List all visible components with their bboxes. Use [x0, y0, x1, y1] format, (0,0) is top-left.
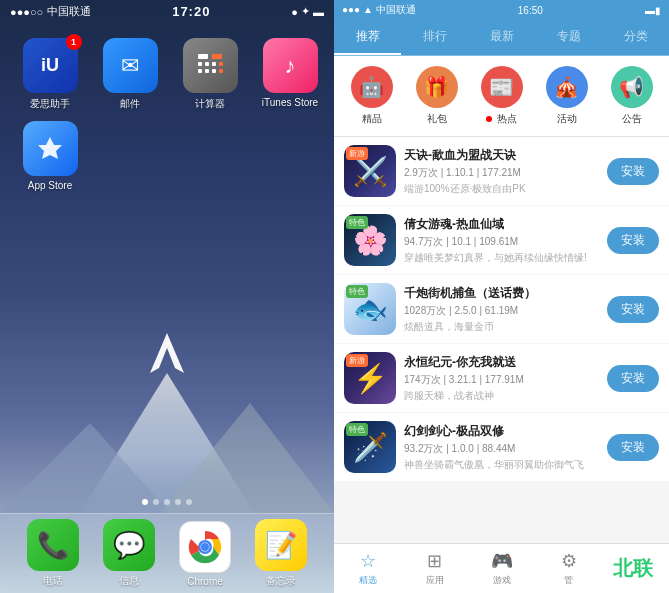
- category-row: 🤖 精品 🎁 礼包 📰 热点 🎪 活动: [334, 56, 669, 137]
- aisi-badge: 1: [66, 34, 82, 50]
- qianbao-name: 千炮街机捕鱼（送话费）: [404, 285, 599, 302]
- message-emoji: 💬: [113, 530, 145, 561]
- huodong-icon: 🎪: [546, 66, 588, 108]
- app-icon-mail[interactable]: ✉ 邮件: [95, 38, 165, 111]
- calc-icon-svg: [195, 51, 225, 81]
- phone-dock-icon: 📞: [27, 519, 79, 571]
- appstore-icon-svg: [34, 133, 66, 165]
- tianjue-info: 天诀-歃血为盟战天诀 2.9万次 | 1.10.1 | 177.21M 端游10…: [404, 147, 599, 196]
- huanjian-install-btn[interactable]: 安装: [607, 434, 659, 461]
- yongheng-desc: 跨服天梯，战者战神: [404, 389, 599, 403]
- mail-icon-img: ✉: [103, 38, 158, 93]
- brand-label: 北联: [613, 555, 658, 582]
- dot-1: [142, 499, 148, 505]
- appstore-label: App Store: [28, 180, 72, 191]
- yongheng-install-btn[interactable]: 安装: [607, 365, 659, 392]
- qianbao-install-btn[interactable]: 安装: [607, 296, 659, 323]
- status-bar-right: ●●● ▲ 中国联通 16:50 ▬▮: [334, 0, 669, 20]
- svg-rect-4: [198, 54, 208, 59]
- huanjian-desc: 神兽坐骑霸气傲凰，华丽羽翼助你御气飞: [404, 458, 599, 472]
- category-huodong[interactable]: 🎪 活动: [546, 66, 588, 126]
- app-icon-aisi[interactable]: iU 1 爱思助手: [15, 38, 85, 111]
- huanjian-name: 幻剑剑心-极品双修: [404, 423, 599, 440]
- right-panel: ●●● ▲ 中国联通 16:50 ▬▮ 推荐 排行 最新 专题 分类 🤖 精品 …: [334, 0, 669, 593]
- dot-2: [153, 499, 159, 505]
- tianjue-desc: 端游100%还原·极致自由PK: [404, 182, 599, 196]
- redian-label: 热点: [486, 112, 517, 126]
- calc-label: 计算器: [195, 97, 225, 111]
- phone-label: 电话: [43, 574, 63, 588]
- list-item-yongheng[interactable]: ⚡ 新游 永恒纪元-你充我就送 174万次 | 3.21.1 | 177.91M…: [334, 344, 669, 412]
- manage-nav-icon: ⚙: [561, 550, 577, 572]
- aisi-icon-img: iU 1: [23, 38, 78, 93]
- huodong-emoji: 🎪: [554, 75, 579, 99]
- svg-marker-3: [150, 333, 184, 373]
- left-panel: ●●●○○ 中国联通 17:20 ● ✦ ▬ iU 1 爱思助手 ✉ 邮件: [0, 0, 334, 593]
- right-carrier-name: 中国联通: [376, 4, 416, 15]
- qiannv-info: 倩女游魂-热血仙域 94.7万次 | 10.1 | 109.61M 穿越唯美梦幻…: [404, 216, 599, 265]
- qianbao-tag: 特色: [346, 285, 368, 298]
- tab-topic[interactable]: 专题: [535, 20, 602, 55]
- aisi-label: 爱思助手: [30, 97, 70, 111]
- tab-category[interactable]: 分类: [602, 20, 669, 55]
- qiannv-desc: 穿越唯美梦幻真界，与她再续仙缘快情缘!: [404, 251, 599, 265]
- right-time: 16:50: [518, 5, 543, 16]
- tianjue-install-btn[interactable]: 安装: [607, 158, 659, 185]
- tab-latest[interactable]: 最新: [468, 20, 535, 55]
- tab-ranking[interactable]: 排行: [401, 20, 468, 55]
- huanjian-thumb: 🗡️ 特色: [344, 421, 396, 473]
- list-item-qiannv[interactable]: 🌸 特色 倩女游魂-热血仙域 94.7万次 | 10.1 | 109.61M 穿…: [334, 206, 669, 274]
- tianjue-meta: 2.9万次 | 1.10.1 | 177.21M: [404, 166, 599, 180]
- gonggao-emoji: 📢: [619, 75, 644, 99]
- carrier-info: ●●●○○ 中国联通: [10, 4, 91, 19]
- apps-nav-icon: ⊞: [427, 550, 442, 572]
- dock-message[interactable]: 💬 信息: [103, 519, 155, 588]
- list-item-tianjue[interactable]: ⚔️ 新游 天诀-歃血为盟战天诀 2.9万次 | 1.10.1 | 177.21…: [334, 137, 669, 205]
- jingpin-icon: 🤖: [351, 66, 393, 108]
- huodong-label: 活动: [557, 112, 577, 126]
- tab-featured[interactable]: 推荐: [334, 20, 401, 55]
- category-jingpin[interactable]: 🤖 精品: [351, 66, 393, 126]
- category-redian[interactable]: 📰 热点: [481, 66, 523, 126]
- manage-nav-label: 管: [564, 574, 573, 587]
- qiannv-name: 倩女游魂-热血仙域: [404, 216, 599, 233]
- huanjian-info: 幻剑剑心-极品双修 93.2万次 | 1.0.0 | 88.44M 神兽坐骑霸气…: [404, 423, 599, 472]
- bottom-nav-manage[interactable]: ⚙ 管: [535, 544, 602, 593]
- app-icon-calc[interactable]: 计算器: [175, 38, 245, 111]
- list-item-qianbao[interactable]: 🐟 特色 千炮街机捕鱼（送话费） 1028万次 | 2.5.0 | 61.19M…: [334, 275, 669, 343]
- app-icon-appstore[interactable]: App Store: [15, 121, 85, 191]
- status-icons: ● ✦ ▬: [291, 5, 324, 18]
- page-dots: [142, 499, 192, 505]
- dot-3: [164, 499, 170, 505]
- redian-icon: 📰: [481, 66, 523, 108]
- svg-rect-13: [219, 69, 223, 73]
- qiannv-install-btn[interactable]: 安装: [607, 227, 659, 254]
- battery-icon: ▬: [313, 6, 324, 18]
- right-battery: ▬▮: [645, 5, 661, 16]
- bottom-nav-games[interactable]: 🎮 游戏: [468, 544, 535, 593]
- yongheng-thumb: ⚡ 新游: [344, 352, 396, 404]
- jingpin-label: 精品: [362, 112, 382, 126]
- dock-phone[interactable]: 📞 电话: [27, 519, 79, 588]
- svg-rect-6: [198, 62, 202, 66]
- bottom-nav-featured[interactable]: ☆ 精选: [334, 544, 401, 593]
- dock-chrome[interactable]: Chrome: [179, 521, 231, 587]
- list-item-huanjian[interactable]: 🗡️ 特色 幻剑剑心-极品双修 93.2万次 | 1.0.0 | 88.44M …: [334, 413, 669, 481]
- featured-nav-label: 精选: [359, 574, 377, 587]
- right-carrier: ●●● ▲ 中国联通: [342, 3, 416, 17]
- category-gonggao[interactable]: 📢 公告: [611, 66, 653, 126]
- games-nav-label: 游戏: [493, 574, 511, 587]
- apps-nav-label: 应用: [426, 574, 444, 587]
- libao-label: 礼包: [427, 112, 447, 126]
- category-libao[interactable]: 🎁 礼包: [416, 66, 458, 126]
- bottom-nav-apps[interactable]: ⊞ 应用: [401, 544, 468, 593]
- qianbao-thumb: 🐟 特色: [344, 283, 396, 335]
- dock-notes[interactable]: 📝 备忘录: [255, 519, 307, 588]
- message-label: 信息: [119, 574, 139, 588]
- calc-icon-img: [183, 38, 238, 93]
- right-wifi: ▲: [363, 4, 376, 15]
- app-icon-itunes[interactable]: ♪ iTunes Store: [255, 38, 325, 111]
- yongheng-tag: 新游: [346, 354, 368, 367]
- libao-emoji: 🎁: [424, 75, 449, 99]
- bottom-nav: ☆ 精选 ⊞ 应用 🎮 游戏 ⚙ 管 北联: [334, 543, 669, 593]
